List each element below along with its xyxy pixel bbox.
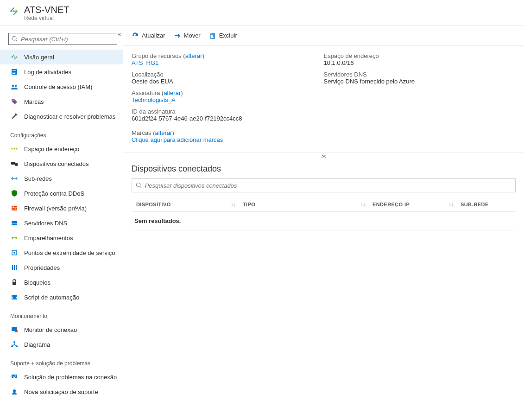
- section-settings: Configurações: [0, 124, 123, 141]
- svg-point-1: [13, 10, 15, 12]
- nav-properties[interactable]: Propriedades: [0, 260, 123, 275]
- nav-diagram[interactable]: Diagrama: [0, 337, 123, 352]
- section-monitoring: Monitoramento: [0, 305, 123, 322]
- nav-connection-troubleshoot[interactable]: Solução de problemas na conexão: [0, 369, 123, 384]
- nav-service-endpoints[interactable]: Pontos de extremidade de serviço: [0, 245, 123, 260]
- nav-label: Visão geral: [24, 54, 54, 61]
- resource-group-value[interactable]: ATS_RG1: [132, 59, 324, 66]
- svg-rect-9: [13, 70, 16, 71]
- subscription-label: Assinatura: [132, 89, 160, 96]
- move-button[interactable]: Mover: [174, 32, 201, 39]
- sidebar-search[interactable]: [8, 33, 117, 45]
- devices-search[interactable]: [132, 178, 516, 192]
- chevron-up-double-icon: [321, 154, 327, 158]
- nav-iam[interactable]: Controle de acesso (IAM): [0, 79, 123, 94]
- refresh-button[interactable]: Atualizar: [132, 32, 165, 39]
- sort-icon: ↑↓: [448, 202, 454, 207]
- nav-address-space[interactable]: Espaço de endereço: [0, 141, 123, 156]
- nav-label: Nova solicitação de suporte: [24, 388, 98, 395]
- lock-icon: [10, 278, 19, 286]
- endpoint-icon: [10, 248, 19, 257]
- svg-rect-18: [11, 162, 15, 165]
- nav-dns[interactable]: Servidores DNS: [0, 216, 123, 230]
- svg-point-0: [11, 10, 13, 12]
- no-results: Sem resultados.: [132, 212, 516, 230]
- svg-point-27: [12, 237, 13, 239]
- devices-search-input[interactable]: [145, 182, 511, 189]
- people-icon: [10, 83, 19, 91]
- col-type[interactable]: TIPO↑↓: [243, 202, 372, 207]
- col-ip[interactable]: ENDEREÇO IP↑↓: [372, 202, 461, 207]
- svg-point-31: [13, 252, 15, 254]
- subscription-value[interactable]: Technologists_A: [132, 96, 324, 103]
- nav-automation-script[interactable]: Script de automação: [0, 290, 123, 305]
- nav-label: Controle de acesso (IAM): [24, 83, 92, 90]
- page-header: ATS-VNET Rede virtual: [0, 0, 524, 25]
- nav-new-support-request[interactable]: Nova solicitação de suporte: [0, 384, 123, 399]
- nav-firewall[interactable]: Firewall (versão prévia): [0, 201, 123, 216]
- nav-ddos[interactable]: Proteção contra DDoS: [0, 186, 123, 201]
- nav-activity-log[interactable]: Log de atividades: [0, 64, 123, 79]
- nav-label: Dispositivos conectados: [24, 160, 88, 167]
- svg-point-16: [14, 148, 15, 150]
- nav-diagnose[interactable]: Diagnosticar e resolver problemas: [0, 109, 123, 124]
- col-subnet[interactable]: SUB-REDE: [461, 202, 516, 207]
- nav-label: Firewall (versão prévia): [24, 205, 87, 212]
- nav-label: Script de automação: [24, 294, 79, 301]
- svg-rect-47: [211, 34, 215, 38]
- tag-icon: [10, 97, 19, 106]
- svg-point-52: [136, 183, 140, 187]
- devices-title: Dispositivos conectados: [132, 164, 516, 174]
- support-icon: [10, 388, 19, 396]
- diagram-icon: [10, 340, 19, 349]
- svg-point-14: [13, 100, 13, 101]
- address-icon: [10, 145, 19, 153]
- nav-label: Proteção contra DDoS: [24, 190, 84, 197]
- svg-point-15: [12, 148, 13, 150]
- properties-icon: [10, 263, 19, 272]
- nav-peerings[interactable]: Emparelhamentos: [0, 230, 123, 245]
- svg-point-13: [15, 85, 17, 87]
- svg-rect-26: [12, 223, 17, 225]
- nav-overview[interactable]: Visão geral: [0, 50, 123, 64]
- svg-point-42: [13, 341, 15, 343]
- nav-label: Sub-redes: [24, 175, 52, 182]
- svg-rect-11: [13, 73, 15, 74]
- delete-button[interactable]: Excluir: [209, 32, 237, 39]
- svg-point-17: [16, 148, 18, 150]
- svg-point-35: [12, 266, 13, 267]
- svg-point-3: [12, 36, 16, 40]
- sidebar-search-input[interactable]: [21, 36, 114, 43]
- nav-label: Espaço de endereço: [24, 146, 79, 153]
- peering-icon: [10, 234, 19, 242]
- col-device[interactable]: DISPOSITIVO↑↓: [132, 202, 243, 207]
- label: Mover: [184, 32, 201, 39]
- svg-point-41: [15, 330, 18, 332]
- nav-subnets[interactable]: Sub-redes: [0, 171, 123, 186]
- wrench-icon: [10, 112, 19, 121]
- nav-label: Servidores DNS: [24, 220, 67, 227]
- tags-value[interactable]: Clique aqui para adicionar marcas: [132, 136, 324, 143]
- page-title: ATS-VNET: [24, 5, 69, 15]
- location-value: Oeste dos EUA: [132, 78, 324, 85]
- change-resource-group-link[interactable]: alterar: [185, 52, 202, 59]
- collapse-sidebar-icon[interactable]: «: [118, 31, 121, 38]
- trash-icon: [209, 32, 216, 39]
- svg-rect-25: [12, 221, 17, 223]
- nav-tags[interactable]: Marcas: [0, 94, 123, 109]
- svg-line-4: [16, 40, 17, 41]
- connected-devices-section: Dispositivos conectados DISPOSITIVO↑↓ TI…: [123, 159, 524, 239]
- svg-point-37: [16, 266, 17, 267]
- nav-connected-devices[interactable]: Dispositivos conectados: [0, 156, 123, 171]
- sidebar: « Visão geral Log de atividades Controle…: [0, 25, 123, 420]
- nav-connection-monitor[interactable]: Monitor de conexão: [0, 322, 123, 337]
- change-tags-link[interactable]: alterar: [155, 129, 172, 136]
- label: Excluir: [219, 32, 237, 39]
- collapse-essentials[interactable]: [123, 153, 524, 159]
- search-icon: [12, 36, 18, 42]
- svg-point-36: [14, 268, 15, 269]
- devices-icon: [10, 159, 19, 168]
- change-subscription-link[interactable]: alterar: [164, 89, 181, 96]
- nav-locks[interactable]: Bloqueios: [0, 275, 123, 290]
- vnet-icon: [8, 6, 19, 17]
